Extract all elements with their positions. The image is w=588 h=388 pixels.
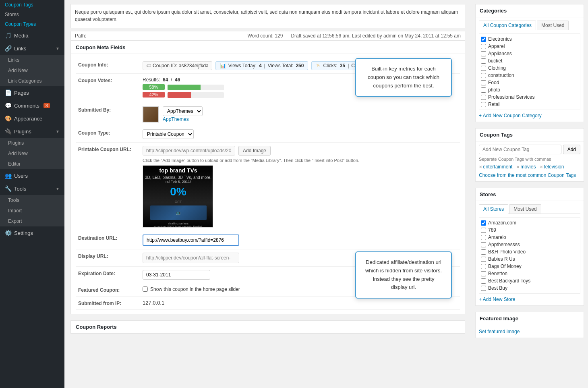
category-checkbox-professional-services[interactable] [481,95,486,100]
tab-most-used-categories[interactable]: Most Used [537,21,569,30]
add-new-store-link[interactable]: + Add New Store [479,297,515,302]
sidebar-sub-import[interactable]: Import [0,205,64,216]
coupon-type-select[interactable]: Printable Coupon [143,129,194,139]
store-checkbox-bh-photo[interactable] [481,249,486,255]
store-label: Best Backyard Toys [488,278,530,284]
sidebar-sub-add-new-plugin[interactable]: Add New [0,148,64,159]
submitter-link[interactable]: AppThemes [163,116,189,122]
store-checkbox-789[interactable] [481,228,486,233]
store-checkbox-babies-r-us[interactable] [481,257,486,262]
add-image-button[interactable]: Add Image [238,146,271,156]
expiration-date-input[interactable] [143,270,210,280]
coupon-votes-label: Coupon Votes: [76,74,140,103]
category-checkbox-apparel[interactable] [481,44,486,49]
sidebar-sub-export[interactable]: Export [0,216,64,226]
sidebar-item-stores[interactable]: Stores [0,10,64,19]
tag-input[interactable] [479,145,561,154]
cursor-icon: 🖱 [316,63,321,68]
featured-image-panel-header: Featured Image [476,312,584,325]
sidebar-item-users[interactable]: 👥 Users [0,169,64,182]
store-label: Babies R Us [488,256,515,262]
sidebar-item-coupon-tags[interactable]: Coupon Tags [0,0,64,10]
store-label: Amarelo [488,234,506,240]
sidebar-item-pages[interactable]: 📄 Pages [0,86,64,99]
list-item: Clothing [481,64,578,72]
tag-movies[interactable]: movies [520,164,536,170]
sidebar-sub-links[interactable]: Links [0,55,64,65]
sidebar-sub-tools[interactable]: Tools [0,195,64,205]
tools-icon: 🔧 [5,185,12,192]
sidebar-item-links[interactable]: 🔗 Links ▼ [0,42,64,55]
sidebar-sub-editor[interactable]: Editor [0,159,64,169]
sidebar-item-tools[interactable]: 🔧 Tools ▼ [0,182,64,195]
store-checkbox-amazon[interactable] [481,220,486,226]
tab-all-coupon-categories[interactable]: All Coupon Categories [479,21,536,30]
tools-collapse-icon[interactable]: ▼ [56,187,60,191]
tab-most-used-stores[interactable]: Most Used [509,204,541,214]
sidebar-item-comments[interactable]: 💬 Comments 3 [0,99,64,112]
category-checkbox-food[interactable] [481,80,486,85]
pages-icon: 📄 [5,89,12,96]
existing-tags: ✕entertainment ✕movies ✕television [479,164,580,170]
sidebar-sub-plugins[interactable]: Plugins [0,138,64,148]
list-item: Amarelo [481,234,578,241]
store-checkbox-best-buy[interactable] [481,286,486,291]
sidebar-item-plugins[interactable]: 🔌 Plugins ▼ [0,125,64,138]
printable-url-input[interactable] [143,146,235,156]
store-checkbox-bags-of-money[interactable] [481,264,486,269]
set-featured-image-link[interactable]: Set featured image [479,329,520,334]
sidebar-item-appearance[interactable]: 🎨 Appearance [0,112,64,125]
category-checkbox-retail[interactable] [481,102,486,107]
editor-content[interactable]: Neque porro quisquam est, qui dolore ips… [70,4,465,28]
category-checkbox-appliances[interactable] [481,51,486,56]
printable-url-content: Add Image Click the "Add Image" button t… [140,142,460,231]
store-checkbox-amarelo[interactable] [481,235,486,240]
tag-add-button[interactable]: Add [563,145,580,154]
tab-all-stores[interactable]: All Stores [479,204,508,214]
plugins-collapse-icon[interactable]: ▼ [56,129,60,134]
destination-url-row: Destination URL: [76,231,460,249]
coupon-type-row: Coupon Type: Printable Coupon [76,126,460,142]
votes-yes: 64 [163,77,168,83]
store-checkbox-appthemessss[interactable] [481,242,486,247]
choose-common-tags-link[interactable]: Choose from the most common Coupon Tags [479,172,576,178]
submitted-ip-value: 127.0.0.1 [143,300,164,306]
submitted-by-row: Submitted By: [76,103,460,126]
list-item: Appthemessss [481,241,578,248]
sidebar-sub-add-new-link[interactable]: Add New [0,65,64,76]
category-checkbox-clothing[interactable] [481,66,486,71]
avatar [143,106,159,122]
sidebar-item-settings[interactable]: ⚙️ Settings [0,226,64,239]
links-collapse-icon[interactable]: ▼ [56,46,60,51]
tag-television[interactable]: television [544,164,564,170]
submitted-ip-label: Submitted from IP: [76,296,140,309]
coupon-id-value: as8234eijfkda [179,63,209,68]
store-checkbox-benetton[interactable] [481,271,486,276]
sidebar-item-coupon-types[interactable]: Coupon Types [0,19,64,29]
stores-panel: Stores All Stores Most Used Amazon.com [475,188,584,306]
category-checkbox-electronics[interactable] [481,37,486,42]
category-checkbox-photo[interactable] [481,87,486,93]
destination-url-input[interactable] [143,234,239,246]
add-new-category-link[interactable]: + Add New Coupon Category [479,113,542,118]
display-url-input[interactable] [143,253,239,263]
submitter-select[interactable]: AppThemes [163,106,203,116]
tags-panel: Coupon Tags Add Separate Coupon Tags wit… [475,128,584,182]
category-checkbox-bucket[interactable] [481,58,486,64]
comments-badge: 3 [43,103,50,108]
sidebar-sub-link-categories[interactable]: Link Categories [0,76,64,86]
tag-television-remove[interactable]: ✕ [540,165,543,169]
sidebar-item-media[interactable]: 🎵 Media [0,29,64,42]
tag-entertainment-remove[interactable]: ✕ [479,165,482,169]
list-item: Best Backyard Toys [481,277,578,284]
featured-coupon-checkbox[interactable] [143,286,148,292]
categories-panel-body: All Coupon Categories Most Used Electron… [476,17,584,122]
links-icon: 🔗 [5,45,12,52]
tag-entertainment[interactable]: entertainment [483,164,512,170]
votes-results-label: Results: [143,77,160,83]
tag-movies-remove[interactable]: ✕ [516,165,520,169]
category-label: Appliances [488,51,512,56]
store-checkbox-best-backyard-toys[interactable] [481,278,486,284]
list-item: Electronics [481,35,578,43]
category-checkbox-construction[interactable] [481,73,486,78]
